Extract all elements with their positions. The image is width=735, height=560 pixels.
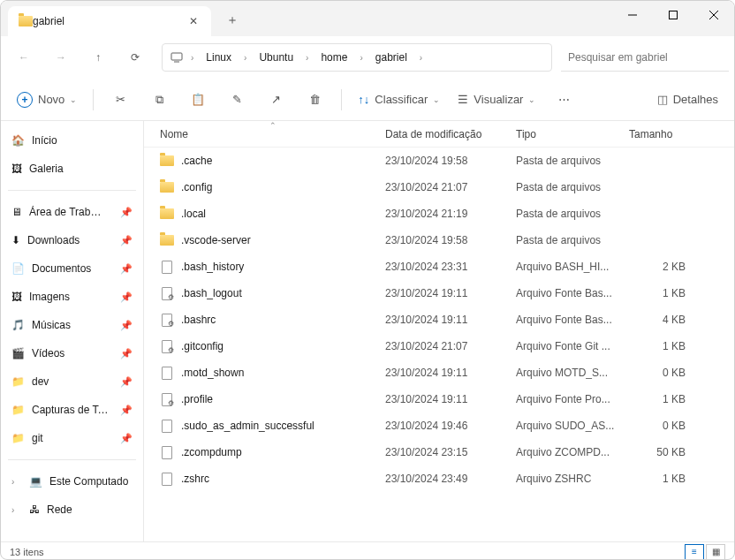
sidebar-item-pinned[interactable]: 📄 Documentos 📌: [4, 254, 140, 283]
table-row[interactable]: .cache 23/10/2024 19:58 Pasta de arquivo…: [144, 148, 734, 174]
file-name: .gitconfig: [181, 340, 224, 352]
pin-icon[interactable]: 📌: [120, 348, 133, 359]
sidebar-item-pinned[interactable]: 🖥 Área de Trab… 📌: [4, 198, 140, 226]
chevron-down-icon: ⌄: [528, 95, 535, 104]
breadcrumb-item[interactable]: gabriel: [370, 48, 413, 67]
cut-button[interactable]: ✂: [102, 85, 138, 115]
table-row[interactable]: .zcompdump 23/10/2024 23:15 Arquivo ZCOM…: [144, 439, 734, 465]
sidebar-label: Imagens: [29, 291, 113, 303]
pin-icon[interactable]: 📌: [120, 320, 133, 331]
table-row[interactable]: .profile 23/10/2024 19:11 Arquivo Fonte …: [144, 386, 734, 412]
minimize-button[interactable]: [612, 1, 653, 29]
statusbar: 13 itens ≡ ▦: [1, 541, 734, 560]
toolbar: + Novo ⌄ ✂ ⧉ 📋 ✎ ↗ 🗑 ↑↓ Classificar ⌄ ☰ …: [1, 79, 734, 121]
close-button[interactable]: [693, 1, 734, 29]
sidebar-item-pinned[interactable]: 📁 Capturas de Tel… 📌: [4, 396, 140, 424]
sidebar-item-pinned[interactable]: 📁 dev 📌: [4, 367, 140, 396]
table-row[interactable]: .config 23/10/2024 21:07 Pasta de arquiv…: [144, 174, 734, 201]
sidebar-label: git: [32, 432, 113, 444]
breadcrumb[interactable]: › Linux › Ubuntu › home › gabriel ›: [162, 43, 552, 72]
pin-icon[interactable]: 📌: [120, 433, 133, 444]
table-row[interactable]: .local 23/10/2024 21:19 Pasta de arquivo…: [144, 201, 734, 227]
folder-icon: [160, 180, 174, 194]
table-row[interactable]: .bash_logout 23/10/2024 19:11 Arquivo Fo…: [144, 280, 734, 306]
separator: [8, 190, 136, 191]
table-row[interactable]: .sudo_as_admin_successful 23/10/2024 19:…: [144, 412, 734, 439]
copy-button[interactable]: ⧉: [141, 85, 177, 115]
pin-icon[interactable]: 📌: [120, 291, 133, 303]
sidebar-item-thispc[interactable]: › 💻 Este Computado: [4, 467, 140, 496]
file-icon: [160, 419, 174, 433]
paste-button[interactable]: 📋: [180, 85, 216, 115]
file-icon: [160, 286, 174, 300]
music-icon: 🎵: [11, 319, 25, 331]
pin-icon[interactable]: 📌: [120, 376, 133, 388]
cell-date: 23/10/2024 19:46: [385, 420, 516, 432]
sidebar-item-pinned[interactable]: 🎬 Vídeos 📌: [4, 339, 140, 367]
table-row[interactable]: .gitconfig 23/10/2024 21:07 Arquivo Font…: [144, 333, 734, 359]
sidebar-item-network[interactable]: › 🖧 Rede: [4, 496, 140, 524]
clipboard-icon: 📋: [191, 93, 205, 106]
cell-date: 23/10/2024 21:07: [385, 340, 516, 352]
sort-icon: ↑↓: [358, 93, 369, 106]
tab-current[interactable]: gabriel ✕: [8, 6, 211, 36]
cell-type: Arquivo Fonte Bas...: [516, 314, 629, 326]
pin-icon[interactable]: 📌: [120, 235, 133, 246]
chevron-right-icon: ›: [418, 53, 424, 63]
new-label: Novo: [38, 93, 64, 106]
table-row[interactable]: .vscode-server 23/10/2024 19:58 Pasta de…: [144, 227, 734, 254]
folder-icon: 📁: [11, 432, 25, 444]
sidebar-label: Área de Trab…: [29, 206, 113, 218]
sidebar-item-pinned[interactable]: 🖼 Imagens 📌: [4, 283, 140, 311]
pin-icon[interactable]: 📌: [120, 207, 133, 218]
sidebar-item-pinned[interactable]: 🎵 Músicas 📌: [4, 311, 140, 339]
details-view-button[interactable]: ≡: [685, 544, 704, 560]
sort-label: Classificar: [375, 93, 428, 106]
breadcrumb-item[interactable]: home: [315, 48, 352, 67]
titlebar: gabriel ✕ ＋: [1, 1, 734, 36]
table-row[interactable]: .motd_shown 23/10/2024 19:11 Arquivo MOT…: [144, 359, 734, 386]
cell-name: .cache: [160, 154, 385, 168]
column-name[interactable]: ⌃ Nome: [160, 128, 385, 140]
chevron-right-icon: ›: [242, 53, 248, 63]
column-date[interactable]: Data de modificação: [385, 128, 516, 140]
cell-size: 2 KB: [629, 261, 700, 273]
search-input[interactable]: [561, 43, 729, 72]
breadcrumb-item[interactable]: Linux: [201, 48, 237, 67]
sidebar-item-gallery[interactable]: 🖼 Galeria: [4, 155, 140, 183]
up-button[interactable]: ↑: [80, 42, 116, 73]
cell-date: 23/10/2024 19:58: [385, 234, 516, 246]
sort-button[interactable]: ↑↓ Classificar ⌄: [351, 85, 447, 115]
cell-type: Arquivo BASH_HI...: [516, 261, 629, 273]
sidebar-item-pinned[interactable]: 📁 git 📌: [4, 424, 140, 452]
delete-button[interactable]: 🗑: [297, 85, 332, 115]
icons-view-button[interactable]: ▦: [706, 544, 725, 560]
forward-button[interactable]: →: [43, 42, 79, 73]
sidebar-item-home[interactable]: 🏠 Início: [4, 126, 140, 155]
pin-icon[interactable]: 📌: [120, 263, 133, 275]
sidebar-label: Músicas: [32, 319, 113, 331]
new-tab-button[interactable]: ＋: [218, 6, 246, 34]
pin-icon[interactable]: 📌: [120, 405, 133, 416]
file-icon: [160, 313, 174, 327]
share-button[interactable]: ↗: [258, 85, 293, 115]
refresh-button[interactable]: ⟳: [117, 42, 153, 73]
breadcrumb-item[interactable]: Ubuntu: [254, 48, 299, 67]
chevron-right-icon: ›: [358, 53, 364, 63]
new-button[interactable]: + Novo ⌄: [10, 85, 84, 115]
chevron-right-icon: ›: [11, 477, 22, 487]
details-button[interactable]: ◫ Detalhes: [650, 85, 725, 115]
more-button[interactable]: ⋯: [546, 85, 581, 115]
tab-close-icon[interactable]: ✕: [186, 14, 201, 28]
maximize-button[interactable]: [653, 1, 693, 29]
back-button[interactable]: ←: [6, 42, 42, 73]
sidebar-item-pinned[interactable]: ⬇ Downloads 📌: [4, 226, 140, 254]
column-size[interactable]: Tamanho: [629, 128, 700, 140]
view-button[interactable]: ☰ Visualizar ⌄: [451, 85, 542, 115]
rename-button[interactable]: ✎: [219, 85, 254, 115]
table-row[interactable]: .zshrc 23/10/2024 23:49 Arquivo ZSHRC 1 …: [144, 465, 734, 492]
table-row[interactable]: .bashrc 23/10/2024 19:11 Arquivo Fonte B…: [144, 306, 734, 333]
table-row[interactable]: .bash_history 23/10/2024 23:31 Arquivo B…: [144, 254, 734, 280]
column-type[interactable]: Tipo: [516, 128, 629, 140]
item-count: 13 itens: [10, 547, 44, 557]
